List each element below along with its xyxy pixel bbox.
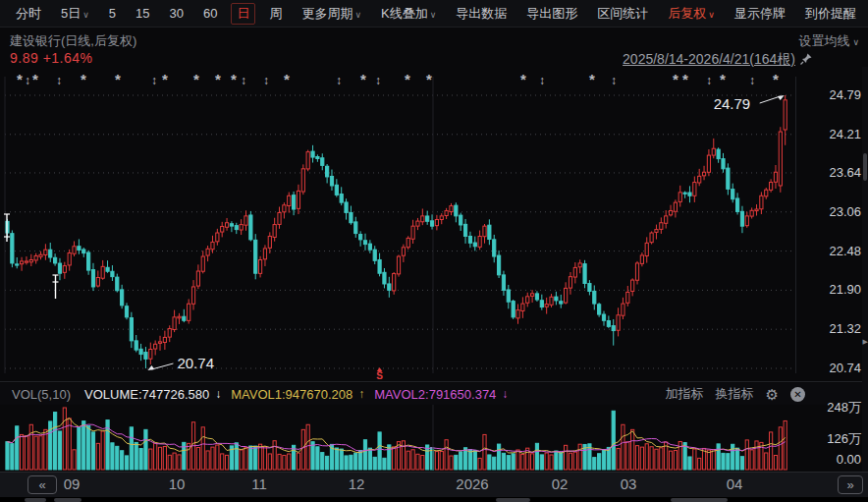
x-axis-label-10: 10 xyxy=(147,475,206,492)
x-axis-label-09: 09 xyxy=(42,475,101,492)
announcement-star-icon[interactable]: * xyxy=(682,71,688,87)
gear-icon[interactable]: ⚙ xyxy=(766,387,779,402)
announcement-star-icon[interactable]: * xyxy=(231,71,237,87)
event-arrow-icon[interactable]: ↕ xyxy=(375,74,381,87)
btn-export-data[interactable]: 导出数据 xyxy=(450,3,513,25)
tab-15min[interactable]: 15 xyxy=(130,4,155,23)
announcement-star-icon[interactable]: * xyxy=(405,71,410,87)
price-axis-label: 20.74 xyxy=(802,360,861,377)
tab-minute[interactable]: 分时 xyxy=(10,3,47,25)
tab-60min[interactable]: 60 xyxy=(197,4,223,23)
chevron-down-icon: ∨ xyxy=(852,37,859,47)
price-axis-label: 23.64 xyxy=(802,164,861,182)
event-arrow-icon[interactable]: ↕ xyxy=(539,74,545,87)
low-price-annotation: 20.74 xyxy=(177,355,214,371)
announcement-star-icon[interactable]: * xyxy=(673,71,678,87)
btn-range-stats[interactable]: 区间统计 xyxy=(591,3,654,25)
announcement-star-icon[interactable]: * xyxy=(773,71,779,87)
tab-30min[interactable]: 30 xyxy=(164,4,190,23)
toolbar: 分时5日∨5153060日周更多周期∨K线叠加∨导出数据导出图形区间统计后复权∨… xyxy=(0,0,868,28)
x-axis-label-02: 02 xyxy=(530,475,589,492)
event-arrow-icon[interactable]: ↕ xyxy=(56,74,62,87)
price-axis-label: 24.79 xyxy=(802,86,861,104)
x-axis-label-03: 03 xyxy=(599,475,658,492)
announcement-star-icon[interactable]: * xyxy=(360,71,366,87)
high-price-annotation: 24.79 xyxy=(714,95,751,112)
price-axis-label: 22.48 xyxy=(802,243,861,260)
dividend-marker[interactable]: S xyxy=(376,370,383,381)
scroll-right-button[interactable]: » xyxy=(838,475,863,494)
time-axis: « » 091011122026020304 xyxy=(0,472,868,497)
horizontal-scrollbar[interactable] xyxy=(0,497,868,502)
volume-axis-label: 248万 xyxy=(802,399,861,417)
indicator-name[interactable]: VOL(5,10) xyxy=(12,387,71,402)
event-arrow-icon[interactable]: ↕ xyxy=(336,74,342,87)
btn-price-alert[interactable]: 到价提醒 xyxy=(799,3,862,25)
ma-settings-menu[interactable]: 设置均线∨ xyxy=(798,32,859,50)
x-axis-label-12: 12 xyxy=(327,475,386,492)
scroll-arrow-icon[interactable]: ▶ xyxy=(863,338,868,346)
volume-chart[interactable]: 248万126万0.00 xyxy=(0,405,868,472)
tab-5min[interactable]: 5 xyxy=(103,4,122,23)
price-axis-label: 21.32 xyxy=(802,320,861,338)
pane-divider xyxy=(0,381,868,382)
btn-export-image[interactable]: 导出图形 xyxy=(520,3,583,25)
mavol2-direction-icon: ↓ xyxy=(502,387,508,401)
price-axis-label: 24.21 xyxy=(802,126,861,143)
switch-indicator-button[interactable]: 换指标 xyxy=(716,385,754,403)
announcement-star-icon[interactable]: * xyxy=(720,71,726,87)
announcement-star-icon[interactable]: * xyxy=(17,71,23,87)
announcement-star-icon[interactable]: * xyxy=(81,71,86,87)
announcement-star-icon[interactable]: * xyxy=(162,71,168,87)
announcement-star-icon[interactable]: * xyxy=(215,71,221,87)
announcement-star-icon[interactable]: * xyxy=(32,71,38,87)
tab-week[interactable]: 周 xyxy=(263,3,288,25)
vertical-scrollbar[interactable]: ▶ xyxy=(862,67,868,472)
price-axis-label: 21.90 xyxy=(802,281,861,299)
event-arrow-icon[interactable]: ↕ xyxy=(263,74,269,87)
announcement-star-icon[interactable]: * xyxy=(115,71,121,87)
btn-show-suspended[interactable]: 显示停牌 xyxy=(729,3,791,25)
volume-value: VOLUME:747726.580 xyxy=(84,387,209,402)
tab-day[interactable]: 日 xyxy=(231,3,255,25)
price-change-readout: 9.89 +1.64% xyxy=(10,50,93,66)
scrollbar-handle[interactable] xyxy=(863,153,867,181)
event-arrow-icon[interactable]: ↕ xyxy=(241,74,246,87)
menu-more-periods[interactable]: 更多周期∨ xyxy=(296,3,367,25)
event-arrow-icon[interactable]: ↕ xyxy=(25,74,30,87)
announcement-star-icon[interactable]: * xyxy=(284,71,290,87)
announcement-star-icon[interactable]: * xyxy=(520,71,526,87)
menu-kline-overlay[interactable]: K线叠加∨ xyxy=(375,3,442,25)
event-arrow-icon[interactable]: ↕ xyxy=(151,74,157,87)
volume-direction-icon: ↓ xyxy=(215,387,221,401)
x-axis-label-11: 11 xyxy=(230,475,289,492)
toolbar-items: 分时5日∨5153060日周更多周期∨K线叠加∨导出数据导出图形区间统计后复权∨… xyxy=(10,3,868,25)
add-indicator-button[interactable]: 加指标 xyxy=(666,385,704,403)
x-axis-label-2026: 2026 xyxy=(443,475,502,492)
volume-axis-label: 0.00 xyxy=(802,451,861,469)
volume-axis-label: 126万 xyxy=(802,430,861,448)
announcement-star-icon[interactable]: * xyxy=(193,71,199,87)
mavol1-direction-icon: ↑ xyxy=(358,387,364,401)
candlestick-chart[interactable]: *↕*↕**↕****↕↕*↕*↕***↕*↕**↕*↕*S20.7424.79… xyxy=(0,67,868,381)
instrument-title: 建设银行(日线,后复权) xyxy=(10,32,136,50)
event-arrow-icon[interactable]: ↕ xyxy=(611,74,617,87)
tab-5day[interactable]: 5日∨ xyxy=(55,3,95,25)
announcement-star-icon[interactable]: * xyxy=(426,71,432,87)
menu-adjust-mode[interactable]: 后复权∨ xyxy=(662,3,721,25)
event-arrow-icon[interactable]: ↕ xyxy=(749,74,755,87)
stock-chart-window: 分时5日∨5153060日周更多周期∨K线叠加∨导出数据导出图形区间统计后复权∨… xyxy=(0,0,868,502)
volume-indicator-bar: VOL(5,10) VOLUME:747726.580 ↓ MAVOL1:947… xyxy=(0,383,868,405)
mavol1-value: MAVOL1:947670.208 xyxy=(231,387,353,402)
mavol2-value: MAVOL2:791650.374 xyxy=(374,387,496,402)
price-axis-label: 23.06 xyxy=(802,203,861,221)
announcement-star-icon[interactable]: * xyxy=(589,71,595,87)
x-axis-label-04: 04 xyxy=(705,475,764,492)
event-arrow-icon[interactable]: ↕ xyxy=(706,74,712,87)
